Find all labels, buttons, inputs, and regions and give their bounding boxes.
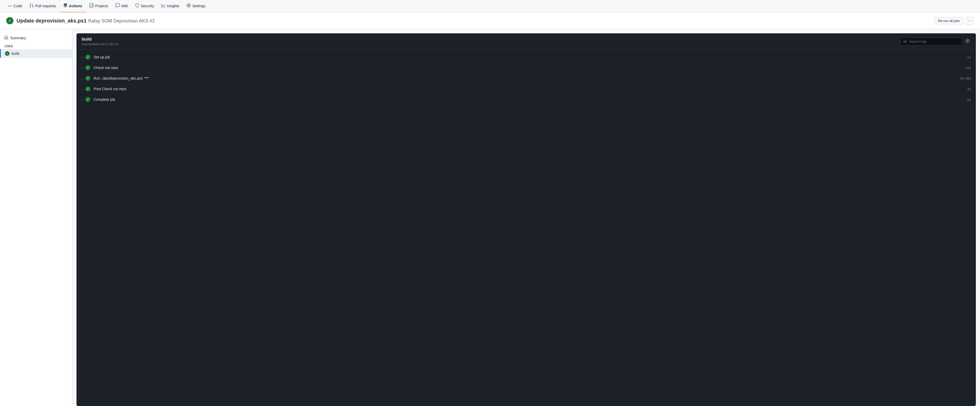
nav-security-label: Security [141,4,154,8]
step-name: Post Check out repo [94,87,963,91]
build-panel: build succeeded now in 8m 5s [76,33,976,406]
build-title: build [82,37,119,41]
main-layout: Summary Jobs ✓ build build succeeded now… [0,29,980,406]
workflow-success-icon: ✓ [6,17,13,24]
nav-insights-label: Insights [167,4,179,8]
page-header: ✓ Update deprovision_aks.ps1 Rafay SOM D… [0,13,980,29]
search-logs-wrapper [900,38,963,45]
step-duration: 1s [967,55,971,59]
nav-security[interactable]: Security [132,0,158,13]
page-title: Update deprovision_aks.ps1 Rafay SOM Dep… [16,18,155,24]
nav-insights[interactable]: Insights [158,0,183,13]
step-success-icon: ✓ [85,86,91,91]
step-name: Set up job [94,55,963,59]
build-info: build succeeded now in 8m 5s [82,37,119,46]
nav-actions[interactable]: Actions [60,0,86,13]
step-complete-job[interactable]: › ✓ Complete job 0s [76,94,976,105]
nav-pull-requests-label: Pull requests [35,4,56,8]
step-success-icon: ✓ [85,97,91,102]
steps-list: › ✓ Set up job 1s › ✓ Check out repo 12s… [76,50,976,406]
step-duration: 12s [965,66,971,70]
pull-requests-icon [29,3,33,8]
step-run-aks[interactable]: › ✓ Run ./aks/deprovision_aks.ps1 '*** 7… [76,73,976,84]
nav-settings[interactable]: Settings [183,0,209,13]
nav-pull-requests[interactable]: Pull requests [26,0,60,13]
nav-settings-label: Settings [192,4,205,8]
home-icon [4,35,8,40]
code-icon: <> [8,4,12,8]
search-logs-container [900,38,971,45]
security-icon [135,3,139,8]
nav-code-label: Code [13,4,22,8]
nav-wiki-label: Wiki [121,4,128,8]
more-options-button[interactable]: ··· [966,16,974,25]
step-success-icon: ✓ [85,54,91,60]
search-logs-input[interactable] [900,38,963,45]
job-success-icon: ✓ [5,51,10,56]
sidebar: Summary Jobs ✓ build [0,29,72,406]
step-duration: 3s [967,87,971,91]
wiki-icon [116,3,120,8]
chevron-right-icon: › [82,98,83,102]
nav-wiki[interactable]: Wiki [112,0,132,13]
nav-projects-label: Projects [95,4,108,8]
chevron-right-icon: › [82,87,83,91]
page-title-area: ✓ Update deprovision_aks.ps1 Rafay SOM D… [6,17,155,24]
sidebar-summary-label: Summary [10,36,26,40]
nav-projects[interactable]: Projects [86,0,112,13]
chevron-right-icon: › [82,55,83,59]
nav-actions-label: Actions [69,4,82,8]
step-success-icon: ✓ [85,65,91,70]
sidebar-summary[interactable]: Summary [0,33,72,42]
sidebar-jobs-section: Jobs [0,42,72,49]
step-check-out-repo[interactable]: › ✓ Check out repo 12s [76,62,976,73]
step-duration: 7m 48s [959,76,971,80]
projects-icon [89,3,94,8]
page-title-meta: Rafay SOM Deprovision AKS #2 [88,18,155,24]
content-area: build succeeded now in 8m 5s [72,29,980,406]
search-logs-icon [903,39,907,44]
top-nav: <> Code Pull requests Actions Projects W… [0,0,980,13]
log-settings-icon[interactable] [964,38,971,45]
step-duration: 0s [967,98,971,102]
rerun-all-jobs-button[interactable]: Re-run all jobs [934,17,964,25]
build-panel-header: build succeeded now in 8m 5s [76,33,976,50]
nav-code[interactable]: <> Code [4,0,26,13]
insights-icon [161,3,165,8]
chevron-right-icon: › [82,66,83,70]
step-success-icon: ✓ [85,76,91,81]
actions-icon [63,3,67,8]
build-subtitle: succeeded now in 8m 5s [82,42,119,46]
step-name: Complete job [94,97,963,102]
step-name: Run ./aks/deprovision_aks.ps1 '*** [94,76,955,80]
sidebar-job-label: build [12,51,19,56]
step-set-up-job[interactable]: › ✓ Set up job 1s [76,52,976,62]
settings-nav-icon [186,3,191,8]
step-name: Check out repo [94,66,961,70]
chevron-right-icon: › [82,76,83,80]
step-post-check-out-repo[interactable]: › ✓ Post Check out repo 3s [76,84,976,94]
sidebar-job-build[interactable]: ✓ build [0,49,72,58]
header-actions: Re-run all jobs ··· [934,16,974,25]
